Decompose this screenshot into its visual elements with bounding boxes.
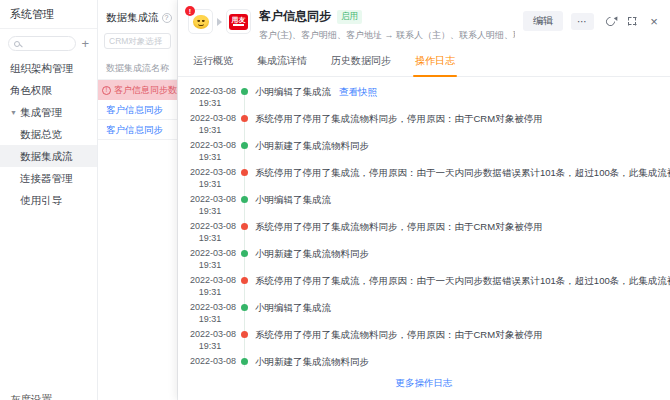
log-entry: 2022-03-08 19:31 小明编辑了集成流 <box>184 192 670 219</box>
alert-badge: ! <box>185 6 195 16</box>
warning-circle-icon: ! <box>102 86 111 95</box>
log-message-text: 系统停用了停用了集成流物料同步，停用原因：由于CRM对象被停用 <box>255 221 543 232</box>
timeline-track <box>236 219 253 246</box>
log-entry: 2022-03-08 19:31 系统停用了停用了集成流物料同步，停用原因：由于… <box>184 327 670 354</box>
sidebar-item[interactable]: ▼数据集成流 <box>0 145 97 167</box>
list-item-alert[interactable]: ! 客户信息同步数据错 <box>98 80 177 100</box>
timeline-track <box>236 327 253 354</box>
crm-object-filter[interactable] <box>104 33 171 49</box>
sidebar-search-box[interactable] <box>8 36 76 51</box>
sidebar-search-row: + <box>0 29 97 57</box>
target-app-box: 用友 <box>226 9 251 34</box>
log-time: 19:31 <box>184 286 236 298</box>
status-dot-icon <box>241 304 248 311</box>
detail-tabs: 运行概览 集成流详情 历史数据同步 操作日志 <box>178 47 670 77</box>
log-message: 系统停用了停用了集成流，停用原因：由于一天内同步数据错误累计101条，超过100… <box>253 165 670 192</box>
status-dot-icon <box>241 142 248 149</box>
status-dot-icon <box>241 196 248 203</box>
header-actions: 编辑 ⋯ × <box>523 8 660 31</box>
log-entry: 2022-03-08 19:31 小明新建了集成流物料同步 <box>184 354 670 369</box>
log-message-text: 小明新建了集成流物料同步 <box>255 140 369 151</box>
detail-drawer: ! 用友 客户信息同步 启用 客户(主)、客户明细、客户地址 → 联系人（主）、… <box>178 0 670 400</box>
log-message: 系统停用了停用了集成流物料同步，停用原因：由于CRM对象被停用 <box>253 219 670 246</box>
log-entry: 2022-03-08 19:31 小明新建了集成流物料同步 <box>184 138 670 165</box>
sidebar-item-clipped[interactable]: 灰度设置 <box>10 393 52 400</box>
list-item-flow[interactable]: 客户信息同步 <box>98 100 177 120</box>
log-date: 2022-03-08 <box>184 355 236 367</box>
sidebar-item[interactable]: ▼数据总览 <box>0 123 97 145</box>
timeline-track <box>236 354 253 369</box>
view-snapshot-link[interactable]: 查看快照 <box>339 86 377 97</box>
log-time: 19:31 <box>184 178 236 190</box>
log-timestamp: 2022-03-08 19:31 <box>184 273 236 300</box>
yonyou-logo-text: 用友 <box>232 16 246 23</box>
sidebar-item[interactable]: ▼组织架构管理 <box>0 57 97 79</box>
log-time: 19:31 <box>184 367 236 369</box>
timeline-track <box>236 165 253 192</box>
refresh-icon[interactable] <box>604 15 616 27</box>
log-timestamp: 2022-03-08 19:31 <box>184 327 236 354</box>
log-message: 小明编辑了集成流 <box>253 300 670 327</box>
flow-rows: 客户信息同步 客户信息同步 <box>98 100 177 140</box>
add-icon[interactable]: + <box>81 37 89 50</box>
timeline-track <box>236 273 253 300</box>
log-timestamp: 2022-03-08 19:31 <box>184 192 236 219</box>
object-mapping-subtitle: 客户(主)、客户明细、客户地址 → 联系人（主）、联系人明细、联系人地址 <box>259 29 515 42</box>
edit-button[interactable]: 编辑 <box>523 11 563 31</box>
log-message-text: 系统停用了停用了集成流物料同步，停用原因：由于CRM对象被停用 <box>255 113 543 124</box>
integration-flow-list-panel: 数据集成流 ? 数据集成流名称 ! 客户信息同步数据错 客户信息同步 客户信息同… <box>98 0 178 400</box>
connection-icons: ! 用友 <box>188 9 251 34</box>
list-panel-title-row: 数据集成流 ? <box>98 0 177 26</box>
tab[interactable]: 集成流详情 <box>255 47 309 76</box>
log-message: 系统停用了停用了集成流物料同步，停用原因：由于CRM对象被停用 <box>253 111 670 138</box>
timeline-track <box>236 246 253 273</box>
tab[interactable]: 操作日志 <box>413 47 457 76</box>
sidebar-item[interactable]: ▼使用引导 <box>0 189 97 211</box>
sidebar-search-input[interactable] <box>23 39 70 49</box>
log-date: 2022-03-08 <box>184 328 236 340</box>
log-timestamp: 2022-03-08 19:31 <box>184 300 236 327</box>
more-logs-link[interactable]: 更多操作日志 <box>178 369 670 400</box>
log-entry: 2022-03-08 19:31 小明编辑了集成流 <box>184 300 670 327</box>
close-icon[interactable]: × <box>648 15 660 27</box>
chevron-down-icon: ▼ <box>10 102 17 123</box>
fxiaoke-mascot-icon <box>193 15 209 29</box>
log-date: 2022-03-08 <box>184 220 236 232</box>
log-message-text: 小明编辑了集成流 <box>255 302 331 313</box>
log-message-text: 小明编辑了集成流 <box>255 194 331 205</box>
log-timestamp: 2022-03-08 19:31 <box>184 219 236 246</box>
status-dot-icon <box>241 277 248 284</box>
status-dot-icon <box>241 358 248 365</box>
sidebar-item[interactable]: ▼集成管理 <box>0 101 97 123</box>
crm-object-filter-input[interactable] <box>109 36 166 46</box>
log-timestamp: 2022-03-08 19:31 <box>184 354 236 369</box>
status-dot-icon <box>241 169 248 176</box>
sidebar-item-label: 组织架构管理 <box>10 62 73 74</box>
status-dot-icon <box>241 331 248 338</box>
detail-header: ! 用友 客户信息同步 启用 客户(主)、客户明细、客户地址 → 联系人（主）、… <box>178 0 670 42</box>
more-actions-button[interactable]: ⋯ <box>571 13 594 30</box>
app-window: 系统管理 + ▼组织架构管理 ▼角色权限 ▼集成管理 ▼数据总览 ▼数据集成流 … <box>0 0 670 400</box>
tab[interactable]: 运行概览 <box>191 47 235 76</box>
log-date: 2022-03-08 <box>184 166 236 178</box>
log-message: 系统停用了停用了集成流，停用原因：由于一天内同步数据错误累计101条，超过100… <box>253 273 670 300</box>
log-time: 19:31 <box>184 97 236 109</box>
list-item-flow[interactable]: 客户信息同步 <box>98 120 177 140</box>
sidebar-item[interactable]: ▼连接器管理 <box>0 167 97 189</box>
log-date: 2022-03-08 <box>184 85 236 97</box>
log-entry: 2022-03-08 19:31 小明新建了集成流物料同步 <box>184 246 670 273</box>
tab[interactable]: 历史数据同步 <box>329 47 393 76</box>
status-dot-icon <box>241 250 248 257</box>
arrow-right-icon <box>217 18 222 26</box>
help-icon[interactable]: ? <box>162 13 172 23</box>
log-time: 19:31 <box>184 151 236 163</box>
log-entry: 2022-03-08 19:31 小明编辑了集成流查看快照 <box>184 84 670 111</box>
log-message-text: 小明新建了集成流物料同步 <box>255 248 369 259</box>
sidebar-nav: ▼组织架构管理 ▼角色权限 ▼集成管理 ▼数据总览 ▼数据集成流 ▼连接器管理 … <box>0 57 97 211</box>
sidebar-title: 系统管理 <box>0 0 97 29</box>
sidebar-item[interactable]: ▼角色权限 <box>0 79 97 101</box>
log-date: 2022-03-08 <box>184 139 236 151</box>
timeline-track <box>236 84 253 111</box>
fullscreen-icon[interactable] <box>626 15 638 27</box>
log-date: 2022-03-08 <box>184 247 236 259</box>
